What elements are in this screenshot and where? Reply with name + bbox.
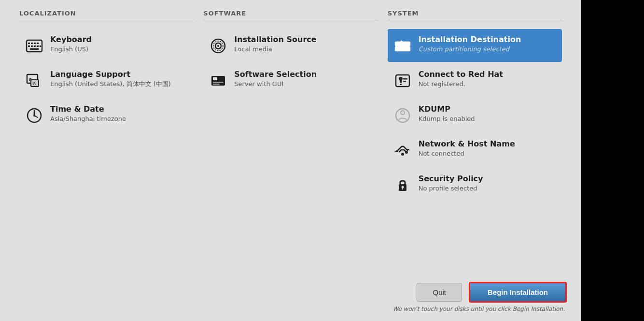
svg-rect-24 xyxy=(213,77,217,80)
item-text-language-support: Language SupportEnglish (United States),… xyxy=(50,70,171,88)
security-icon xyxy=(392,175,413,195)
keyboard-icon xyxy=(24,36,44,56)
redhat-icon xyxy=(392,71,413,91)
svg-rect-31 xyxy=(396,75,409,87)
menu-item-connect-redhat[interactable]: Connect to Red HatNot registered. xyxy=(388,64,562,97)
svg-rect-32 xyxy=(400,84,402,85)
item-title-installation-destination: Installation Destination xyxy=(419,35,521,44)
language-icon: a A xyxy=(24,71,44,91)
menu-item-language-support[interactable]: a A Language SupportEnglish (United Stat… xyxy=(19,64,194,97)
item-subtitle-kdump: Kdump is enabled xyxy=(419,115,475,123)
item-title-language-support: Language Support xyxy=(50,70,171,79)
menu-item-installation-source[interactable]: Installation SourceLocal media xyxy=(203,29,378,62)
svg-point-29 xyxy=(406,43,408,45)
item-title-time-date: Time & Date xyxy=(50,104,126,114)
column-header-0: LOCALIZATION xyxy=(19,10,194,20)
main-content: LOCALIZATION KeyboardEnglish (US) a A La… xyxy=(0,0,581,321)
svg-rect-4 xyxy=(37,43,39,44)
item-title-keyboard: Keyboard xyxy=(50,35,92,44)
item-subtitle-installation-destination: Custom partitioning selected xyxy=(419,45,521,54)
svg-rect-6 xyxy=(31,45,33,47)
svg-rect-3 xyxy=(34,43,36,44)
footer-buttons: Quit Begin Installation xyxy=(417,282,567,303)
source-icon xyxy=(208,36,228,56)
item-text-network-hostname: Network & Host NameNot connected xyxy=(419,139,515,158)
svg-point-40 xyxy=(401,186,404,189)
footer: Quit Begin Installation We won't touch y… xyxy=(14,277,567,316)
item-text-installation-destination: Installation DestinationCustom partition… xyxy=(419,35,521,54)
svg-point-21 xyxy=(217,45,219,47)
clock-icon xyxy=(24,105,44,126)
item-text-time-date: Time & DateAsia/Shanghai timezone xyxy=(50,104,126,123)
svg-rect-1 xyxy=(28,43,30,44)
menu-item-keyboard[interactable]: KeyboardEnglish (US) xyxy=(19,29,194,62)
svg-rect-26 xyxy=(213,84,220,85)
svg-rect-7 xyxy=(34,45,36,47)
svg-rect-41 xyxy=(402,188,403,190)
footer-note: We won't touch your disks until you clic… xyxy=(392,306,565,312)
svg-rect-34 xyxy=(403,81,406,82)
item-text-keyboard: KeyboardEnglish (US) xyxy=(50,35,92,54)
item-title-software-selection: Software Selection xyxy=(234,70,317,79)
begin-installation-button[interactable]: Begin Installation xyxy=(469,282,567,303)
svg-point-38 xyxy=(401,153,404,156)
item-subtitle-language-support: English (United States), 简体中文 (中国) xyxy=(50,80,171,88)
svg-point-37 xyxy=(405,151,408,154)
item-title-kdump: KDUMP xyxy=(419,104,475,114)
item-subtitle-keyboard: English (US) xyxy=(50,45,92,54)
item-text-installation-source: Installation SourceLocal media xyxy=(234,35,316,54)
svg-rect-8 xyxy=(37,45,39,47)
item-subtitle-security-policy: No profile selected xyxy=(419,185,483,193)
column-header-2: SYSTEM xyxy=(388,10,562,20)
item-text-software-selection: Software SelectionServer with GUI xyxy=(234,70,317,88)
kdump-icon xyxy=(392,105,413,126)
svg-point-18 xyxy=(33,115,35,117)
item-title-installation-source: Installation Source xyxy=(234,35,316,44)
column-software: SOFTWARE Installation SourceLocal media … xyxy=(198,10,382,277)
network-icon xyxy=(392,140,413,160)
item-subtitle-installation-source: Local media xyxy=(234,45,316,54)
item-text-connect-redhat: Connect to Red HatNot registered. xyxy=(419,70,503,88)
svg-rect-25 xyxy=(213,82,224,83)
menu-item-security-policy[interactable]: Security PolicyNo profile selected xyxy=(388,168,562,201)
item-subtitle-network-hostname: Not connected xyxy=(419,150,515,158)
destination-icon xyxy=(392,36,413,56)
svg-rect-2 xyxy=(31,43,33,44)
svg-rect-9 xyxy=(40,45,41,47)
menu-item-installation-destination[interactable]: Installation DestinationCustom partition… xyxy=(388,29,562,62)
item-title-security-policy: Security Policy xyxy=(419,174,483,183)
column-localization: LOCALIZATION KeyboardEnglish (US) a A La… xyxy=(14,10,198,277)
item-title-connect-redhat: Connect to Red Hat xyxy=(419,70,503,79)
item-subtitle-connect-redhat: Not registered. xyxy=(419,80,503,88)
svg-point-36 xyxy=(401,111,405,115)
item-title-network-hostname: Network & Host Name xyxy=(419,139,515,148)
svg-rect-33 xyxy=(403,78,407,80)
menu-item-time-date[interactable]: Time & DateAsia/Shanghai timezone xyxy=(19,99,194,131)
menu-item-software-selection[interactable]: Software SelectionServer with GUI xyxy=(203,64,378,97)
svg-text:A: A xyxy=(33,81,36,86)
svg-point-30 xyxy=(406,48,408,50)
software-icon xyxy=(208,71,228,91)
item-subtitle-time-date: Asia/Shanghai timezone xyxy=(50,115,126,123)
svg-rect-10 xyxy=(30,48,39,50)
quit-button[interactable]: Quit xyxy=(417,283,462,302)
menu-item-kdump[interactable]: KDUMPKdump is enabled xyxy=(388,99,562,131)
columns: LOCALIZATION KeyboardEnglish (US) a A La… xyxy=(14,10,567,277)
column-system: SYSTEM Installation DestinationCustom pa… xyxy=(383,10,567,277)
column-header-1: SOFTWARE xyxy=(203,10,378,20)
item-text-security-policy: Security PolicyNo profile selected xyxy=(419,174,483,193)
menu-item-network-hostname[interactable]: Network & Host NameNot connected xyxy=(388,133,562,166)
item-text-kdump: KDUMPKdump is enabled xyxy=(419,104,475,123)
item-subtitle-software-selection: Server with GUI xyxy=(234,80,317,88)
black-panel xyxy=(581,0,644,321)
svg-rect-5 xyxy=(28,45,30,47)
